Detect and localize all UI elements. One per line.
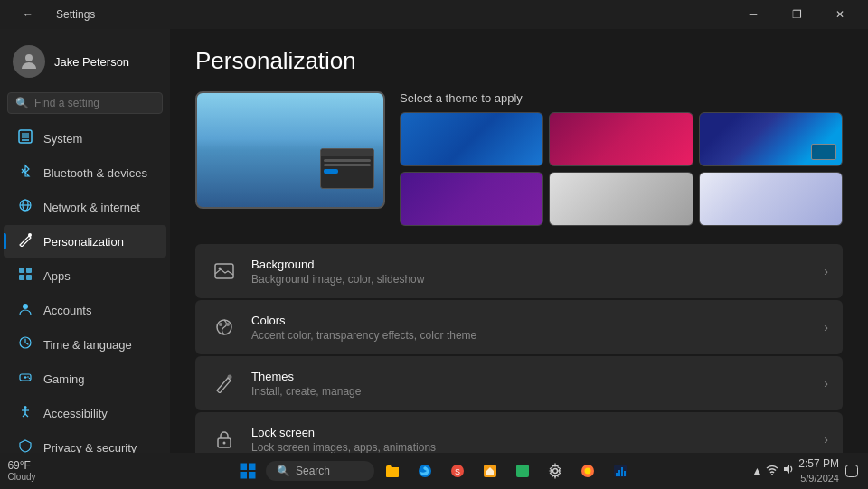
network-tray-icon: ▲ [751, 465, 762, 477]
lock-screen-desc: Lock screen images, apps, animations [251, 441, 436, 454]
lock-screen-icon [210, 425, 239, 453]
title-bar-title: Settings [56, 8, 95, 21]
nav-item-bluetooth[interactable]: Bluetooth & devices [4, 156, 166, 189]
weather-condition: Cloudy [7, 472, 35, 483]
taskbar-firefox[interactable] [573, 456, 602, 485]
start-button[interactable] [233, 456, 262, 485]
svg-point-9 [28, 233, 32, 237]
personalization-label: Personalization [43, 235, 124, 249]
back-button[interactable]: ← [7, 0, 49, 29]
apps-icon [16, 267, 34, 285]
sidebar-user[interactable]: Jake Peterson [0, 36, 170, 92]
system-tray[interactable]: ▲ [751, 464, 795, 477]
settings-item-colors-left: Colors Accent color, transparency effect… [210, 313, 476, 342]
settings-item-background-left: Background Background image, color, slid… [210, 257, 424, 286]
personalization-icon [16, 232, 34, 250]
theme-section: Select a theme to apply [195, 91, 843, 226]
theme-option-6[interactable] [699, 172, 843, 226]
theme-select-label: Select a theme to apply [400, 91, 843, 105]
taskbar-app-green[interactable] [508, 456, 537, 485]
time-display[interactable]: 2:57 PM 5/9/2024 [798, 457, 839, 484]
preview-button [324, 169, 338, 174]
svg-rect-11 [26, 268, 32, 273]
privacy-label: Privacy & security [43, 441, 137, 454]
search-input[interactable] [34, 97, 170, 109]
current-theme-preview [195, 91, 385, 209]
weather-temp: 69°F [7, 459, 35, 472]
svg-rect-10 [19, 268, 24, 273]
background-icon [210, 257, 239, 286]
bluetooth-label: Bluetooth & devices [43, 166, 147, 180]
taskbar-app-settings[interactable] [541, 456, 570, 485]
settings-item-lock-screen[interactable]: Lock screen Lock screen images, apps, an… [195, 412, 843, 453]
taskbar-search[interactable]: 🔍 Search [266, 461, 374, 481]
minimize-button[interactable]: ─ [732, 0, 774, 29]
taskbar-app-red[interactable]: S [443, 456, 472, 485]
taskbar-edge[interactable] [410, 456, 439, 485]
svg-text:S: S [455, 467, 460, 476]
background-title: Background [251, 258, 424, 271]
taskbar-search-text: Search [296, 465, 330, 477]
bluetooth-icon [16, 164, 34, 182]
svg-rect-13 [26, 275, 32, 280]
svg-rect-12 [19, 275, 24, 280]
taskbar-right: ▲ 2:57 PM 5/9/2024 [751, 457, 861, 484]
clock-time: 2:57 PM [798, 457, 839, 472]
theme-option-4[interactable] [400, 172, 543, 226]
svg-line-24 [23, 414, 25, 417]
theme-option-2[interactable] [549, 112, 693, 166]
taskbar: 69°F Cloudy 🔍 Search [0, 453, 868, 489]
svg-point-19 [27, 376, 29, 378]
svg-point-65 [771, 474, 773, 475]
nav-item-network[interactable]: Network & internet [4, 191, 166, 223]
settings-item-colors[interactable]: Colors Accent color, transparency effect… [195, 300, 843, 354]
restore-button[interactable]: ❐ [776, 0, 817, 29]
nav-item-personalization[interactable]: Personalization [4, 225, 166, 258]
sidebar: Jake Peterson 🔍 System Bluetooth & devic… [0, 29, 170, 453]
clock-date: 5/9/2024 [798, 472, 839, 484]
svg-point-32 [226, 323, 230, 326]
settings-item-background-text: Background Background image, color, slid… [251, 258, 424, 286]
search-box[interactable]: 🔍 [7, 92, 163, 114]
accessibility-label: Accessibility [43, 407, 108, 420]
svg-rect-2 [22, 133, 29, 138]
preview-line-1 [324, 159, 371, 162]
nav-item-gaming[interactable]: Gaming [4, 362, 166, 395]
username: Jake Peterson [54, 55, 129, 69]
lock-screen-chevron: › [824, 432, 828, 447]
svg-point-20 [29, 378, 31, 380]
nav-item-accounts[interactable]: Accounts [4, 294, 166, 326]
svg-rect-50 [241, 472, 248, 479]
svg-rect-48 [241, 464, 248, 471]
themes-icon [210, 369, 239, 398]
nav-item-privacy[interactable]: Privacy & security [4, 431, 166, 453]
taskbar-app-graph[interactable] [606, 456, 635, 485]
settings-item-background[interactable]: Background Background image, color, slid… [195, 244, 843, 298]
svg-line-25 [25, 414, 28, 417]
settings-item-lock-left: Lock screen Lock screen images, apps, an… [210, 425, 436, 453]
settings-item-colors-text: Colors Accent color, transparency effect… [251, 314, 476, 342]
search-icon: 🔍 [15, 97, 29, 109]
svg-rect-63 [621, 467, 623, 476]
close-button[interactable]: ✕ [819, 0, 861, 29]
theme-option-3[interactable] [699, 112, 843, 166]
taskbar-app-yellow[interactable] [476, 456, 505, 485]
settings-list: Background Background image, color, slid… [195, 244, 843, 453]
svg-point-29 [219, 268, 222, 270]
taskbar-file-explorer[interactable] [378, 456, 407, 485]
nav-item-apps[interactable]: Apps [4, 259, 166, 292]
colors-desc: Accent color, transparency effects, colo… [251, 329, 476, 342]
accounts-label: Accounts [43, 304, 91, 317]
theme-option-5[interactable] [549, 172, 693, 226]
accounts-icon [16, 301, 34, 319]
nav-item-time[interactable]: Time & language [4, 328, 166, 361]
theme-option-1[interactable] [400, 112, 543, 166]
nav-item-system[interactable]: System [4, 122, 166, 155]
settings-item-themes[interactable]: Themes Install, create, manage › [195, 356, 843, 410]
weather-widget[interactable]: 69°F Cloudy [7, 456, 36, 485]
svg-point-31 [219, 323, 222, 326]
avatar [13, 45, 45, 78]
nav-item-accessibility[interactable]: Accessibility [4, 397, 166, 429]
notification-button[interactable] [843, 462, 861, 480]
wifi-icon [766, 464, 778, 477]
